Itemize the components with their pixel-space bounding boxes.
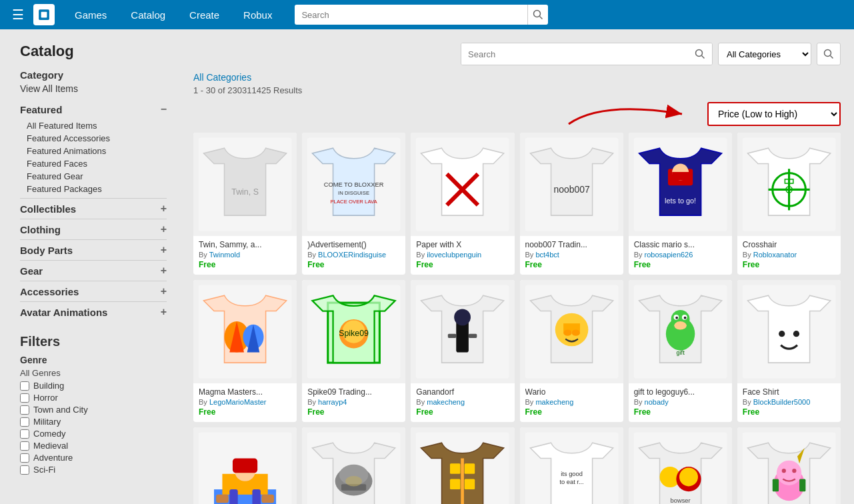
results-info: 1 - 30 of 230311425 Results [193, 85, 841, 95]
svg-point-90 [679, 468, 698, 487]
item-price: Free [416, 260, 509, 269]
item-card[interactable]: WarioBy makechengFree [520, 280, 623, 422]
featured-packages-link[interactable]: Featured Packages [27, 183, 167, 195]
collectibles-category[interactable]: Collectibles + [20, 198, 167, 219]
genre-checkbox-horror[interactable] [20, 393, 29, 403]
item-creator: By robosapien626 [634, 251, 727, 259]
item-creator-link[interactable]: makecheng [427, 398, 465, 406]
item-card[interactable]: giftgift to legoguy6...By nobadyFree [629, 280, 732, 422]
featured-faces-link[interactable]: Featured Faces [27, 157, 167, 170]
item-creator: By bct4bct [525, 251, 618, 259]
item-price: Free [634, 260, 727, 269]
genre-checkbox-comedy[interactable] [20, 429, 29, 439]
featured-all-items-link[interactable]: All Featured Items [27, 119, 167, 132]
item-card[interactable]: marioBy unknownFree [193, 427, 297, 504]
item-card[interactable]: Face ShirtBy BlockBuilder5000Free [737, 280, 841, 422]
svg-point-3 [534, 11, 541, 17]
item-card[interactable]: GanandorfBy makechengFree [411, 280, 514, 422]
item-card[interactable]: Paper with XBy iloveclubpenguinFree [411, 133, 514, 275]
svg-text:noob007: noob007 [553, 184, 590, 195]
svg-text:its good: its good [561, 471, 583, 477]
item-creator-link[interactable]: BLOOXERindisguise [318, 251, 386, 259]
genre-checkbox-military[interactable] [20, 417, 29, 427]
avatar-animations-category[interactable]: Avatar Animations + [20, 301, 167, 322]
item-card[interactable]: bowserbowser pacma...By unknown5Free [629, 427, 732, 504]
item-card[interactable]: Spike09Spike09 Trading...By harrayp4Free [302, 280, 405, 422]
genre-filter-row: Military [20, 417, 167, 427]
item-card[interactable]: CrosshairBy RobloxanatorFree [737, 133, 841, 275]
category-select[interactable]: All Categories [718, 43, 811, 65]
gear-category[interactable]: Gear + [20, 260, 167, 281]
genre-filter-row: Adventure [20, 453, 167, 463]
item-card[interactable]: mining helmetBy unknown2Free [302, 427, 405, 504]
svg-point-50 [563, 330, 571, 336]
page-title: Catalog [20, 43, 167, 60]
nav-catalog[interactable]: Catalog [119, 0, 177, 29]
item-creator-link[interactable]: LegoMarioMaster [209, 398, 267, 406]
body-parts-label: Body Parts [20, 245, 73, 256]
item-card[interactable]: noob007noob007 Tradin...By bct4bctFree [520, 133, 623, 275]
sort-select[interactable]: Price (Low to High) Price (High to Low) … [707, 102, 841, 126]
topnav-search-button[interactable] [527, 5, 548, 25]
genre-checkbox-adventure[interactable] [20, 453, 29, 463]
featured-gear-link[interactable]: Featured Gear [27, 170, 167, 183]
catalog-search-button[interactable] [688, 43, 712, 65]
item-info: GanandorfBy makechengFree [411, 383, 514, 422]
catalog-search-input[interactable] [461, 43, 688, 65]
item-card[interactable]: Link kirbyBy unknown6Free [737, 427, 841, 504]
view-all-items-link[interactable]: View All Items [20, 83, 167, 94]
item-creator-link[interactable]: Twinmold [209, 251, 240, 259]
item-card[interactable]: COME TO BLOXXER IN DISGUISE PLACE OVER L… [302, 133, 405, 275]
body-parts-category[interactable]: Body Parts + [20, 239, 167, 260]
genre-checkbox-town-and-city[interactable] [20, 405, 29, 415]
accessories-category[interactable]: Accessories + [20, 281, 167, 301]
item-thumbnail: Twin, S [193, 133, 297, 236]
roblox-logo[interactable] [33, 4, 55, 25]
item-thumbnail [520, 280, 623, 383]
genre-checkbox-building[interactable] [20, 381, 29, 391]
genre-option-label: Town and City [33, 405, 88, 415]
item-creator-link[interactable]: nobady [645, 398, 669, 406]
accessories-expand-icon: + [161, 285, 167, 297]
item-info: gift to legoguy6...By nobadyFree [629, 383, 732, 422]
collectibles-label: Collectibles [20, 203, 76, 215]
genre-checkbox-medieval[interactable] [20, 441, 29, 451]
content-header: All Categories [193, 43, 841, 65]
item-creator-link[interactable]: makecheng [535, 398, 573, 406]
featured-category-header[interactable]: Featured − [20, 99, 167, 119]
featured-animations-link[interactable]: Featured Animations [27, 145, 167, 157]
hamburger-menu[interactable]: ☰ [7, 7, 29, 23]
svg-text:to eat r...: to eat r... [559, 479, 583, 486]
nav-games[interactable]: Games [63, 0, 119, 29]
item-card[interactable]: Magma Masters...By LegoMarioMasterFree [193, 280, 297, 422]
item-creator-link[interactable]: iloveclubpenguin [427, 251, 481, 259]
nav-robux[interactable]: Robux [231, 0, 284, 29]
svg-point-7 [825, 50, 831, 57]
item-creator-link[interactable]: harrayp4 [318, 398, 347, 406]
item-creator: By BLOOXERindisguise [307, 251, 400, 259]
item-price: Free [525, 407, 618, 417]
item-card[interactable]: Twin, STwin, Sammy, a...By TwinmoldFree [193, 133, 297, 275]
item-card[interactable]: its good to eat r...its good to eat r...… [520, 427, 623, 504]
item-creator-link[interactable]: robosapien626 [645, 251, 693, 259]
item-thumbnail [737, 280, 841, 383]
clothing-category[interactable]: Clothing + [20, 219, 167, 239]
item-card[interactable]: lets to go!Classic mario s...By robosapi… [629, 133, 732, 275]
item-name: Ganandorf [416, 387, 509, 397]
item-creator-link[interactable]: bct4bct [535, 251, 559, 259]
item-card[interactable]: Bomber JacketBy unknown3Free [411, 427, 514, 504]
sort-row-container: Price (Low to High) Price (High to Low) … [193, 102, 841, 126]
item-thumbnail: gift [629, 280, 732, 383]
genre-filter-row: Town and City [20, 405, 167, 415]
catalog-search-submit[interactable] [817, 43, 841, 65]
item-name: Paper with X [416, 240, 509, 249]
svg-text:IN DISGUISE: IN DISGUISE [338, 190, 369, 196]
all-categories-link[interactable]: All Categories [193, 72, 841, 83]
featured-accessories-link[interactable]: Featured Accessories [27, 132, 167, 145]
topnav-search-input[interactable] [295, 5, 527, 25]
svg-point-58 [683, 317, 686, 319]
item-creator-link[interactable]: Robloxanator [753, 251, 797, 259]
genre-checkbox-sci-fi[interactable] [20, 465, 29, 475]
item-creator-link[interactable]: BlockBuilder5000 [753, 398, 811, 406]
nav-create[interactable]: Create [177, 0, 231, 29]
